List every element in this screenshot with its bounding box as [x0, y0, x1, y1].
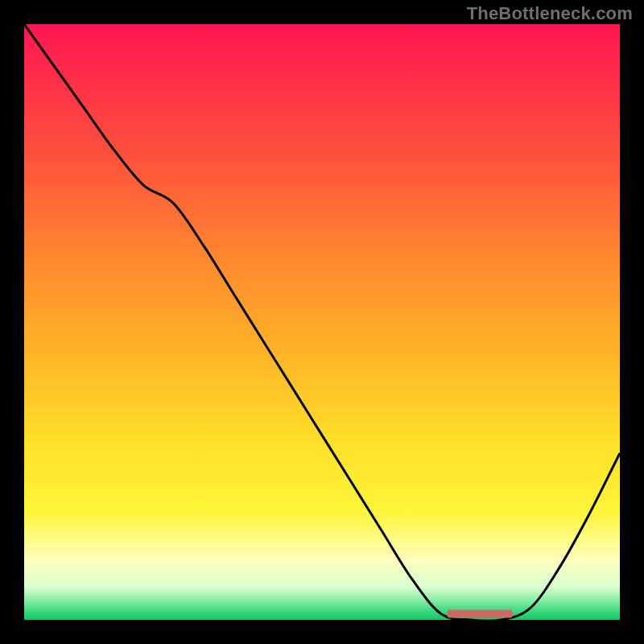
- chart-stage: TheBottleneck.com: [0, 0, 644, 644]
- optimal-marker: [447, 610, 512, 618]
- plot-area: [24, 24, 620, 620]
- watermark-text: TheBottleneck.com: [467, 3, 633, 24]
- bottleneck-chart: [0, 0, 644, 644]
